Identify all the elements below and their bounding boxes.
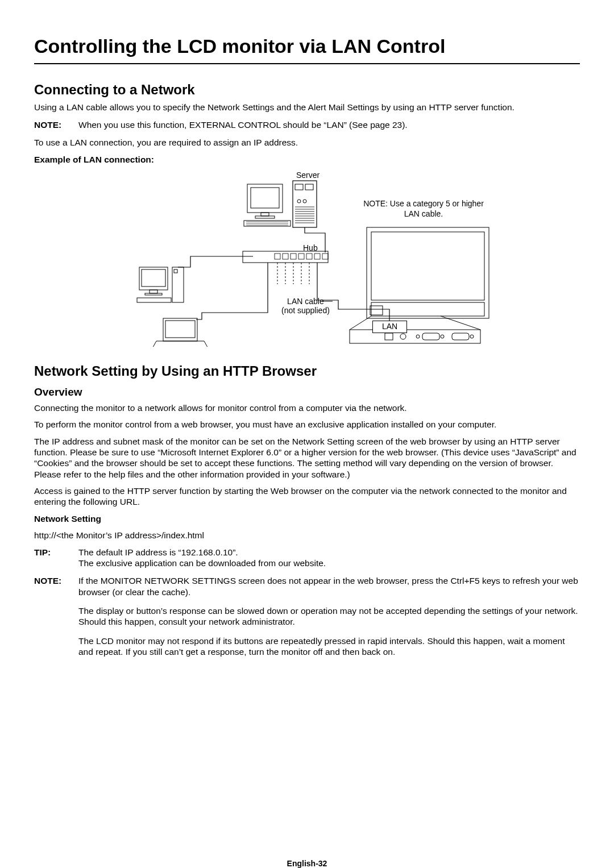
- lan-diagram-svg: [122, 171, 492, 347]
- svg-rect-47: [350, 330, 480, 343]
- svg-rect-23: [283, 254, 288, 259]
- diagram-label-server: Server: [296, 171, 320, 181]
- svg-point-49: [400, 334, 406, 339]
- svg-rect-38: [137, 298, 171, 302]
- section-heading-connecting: Connecting to a Network: [34, 81, 580, 98]
- ip-required-paragraph: To use a LAN connection, you are require…: [34, 137, 580, 148]
- overview-p1: Connecting the monitor to a network allo…: [34, 402, 580, 413]
- page-footer: English-32: [34, 859, 580, 869]
- diagram-note-cable: NOTE: Use a category 5 or higher LAN cab…: [355, 199, 492, 219]
- svg-rect-28: [322, 254, 328, 259]
- diagram-label-cable: LAN cable (not supplied): [281, 297, 330, 315]
- diagram-label-cable-line1: LAN cable: [287, 297, 324, 306]
- note-body: When you use this function, EXTERNAL CON…: [78, 119, 580, 130]
- note2-p1: If the MONITOR NETWORK SETTINGS screen d…: [78, 575, 580, 597]
- diagram-label-lan: LAN: [372, 321, 407, 333]
- tip-label: TIP:: [34, 547, 68, 569]
- svg-rect-25: [298, 254, 304, 259]
- svg-rect-16: [255, 216, 275, 218]
- svg-rect-40: [174, 269, 177, 273]
- network-setting-url: http://<the Monitor’s IP address>/index.…: [34, 530, 580, 541]
- note2-block: NOTE: If the MONITOR NETWORK SETTINGS sc…: [34, 575, 580, 665]
- svg-rect-2: [305, 184, 313, 190]
- note-block: NOTE: When you use this function, EXTERN…: [34, 119, 580, 130]
- svg-marker-43: [151, 341, 210, 347]
- svg-rect-26: [306, 254, 312, 259]
- svg-rect-14: [251, 188, 279, 208]
- diagram-label-cable-line2: (not supplied): [281, 306, 330, 315]
- note2-body: If the MONITOR NETWORK SETTINGS screen d…: [78, 575, 580, 665]
- svg-rect-42: [165, 321, 195, 338]
- svg-point-4: [303, 200, 306, 203]
- svg-point-54: [470, 335, 474, 338]
- note2-p2: The display or button’s response can be …: [78, 605, 580, 628]
- svg-rect-1: [295, 184, 303, 190]
- lan-diagram-wrap: Server Hub LAN cable (not supplied) LAN …: [34, 171, 580, 347]
- svg-rect-50: [422, 333, 439, 340]
- network-setting-label: Network Setting: [34, 513, 580, 524]
- svg-rect-48: [385, 333, 393, 340]
- page-title: Controlling the LCD monitor via LAN Cont…: [34, 34, 580, 59]
- svg-line-57: [350, 316, 371, 330]
- overview-heading: Overview: [34, 385, 580, 399]
- overview-p2: To perform the monitor control from a we…: [34, 419, 580, 430]
- svg-rect-44: [367, 227, 489, 318]
- svg-rect-45: [371, 232, 484, 300]
- svg-rect-27: [314, 254, 320, 259]
- note2-p3: The LCD monitor may not respond if its b…: [78, 636, 580, 658]
- svg-rect-24: [291, 254, 296, 259]
- svg-point-3: [297, 200, 301, 203]
- tip-block: TIP: The default IP address is “192.168.…: [34, 547, 580, 569]
- note-label: NOTE:: [34, 119, 68, 130]
- tip-line1: The default IP address is “192.168.0.10”…: [78, 547, 580, 558]
- svg-rect-36: [150, 290, 157, 293]
- svg-rect-35: [142, 269, 165, 286]
- example-label: Example of LAN connection:: [34, 154, 580, 165]
- tip-line2: The exclusive application can be downloa…: [78, 558, 580, 568]
- svg-rect-37: [145, 293, 162, 295]
- title-rule: [34, 63, 580, 64]
- lan-diagram: Server Hub LAN cable (not supplied) LAN …: [122, 171, 492, 347]
- overview-p4: Access is gained to the HTTP server func…: [34, 485, 580, 508]
- note2-label: NOTE:: [34, 575, 68, 665]
- svg-rect-51: [452, 333, 469, 340]
- svg-rect-15: [261, 213, 269, 216]
- svg-point-53: [441, 335, 444, 338]
- tip-body: The default IP address is “192.168.0.10”…: [78, 547, 580, 569]
- section-heading-network-setting: Network Setting by Using an HTTP Browser: [34, 363, 580, 380]
- svg-point-52: [416, 335, 420, 338]
- diagram-label-hub: Hub: [303, 243, 318, 254]
- svg-rect-22: [275, 254, 280, 259]
- overview-p3: The IP address and subnet mask of the mo…: [34, 436, 580, 480]
- intro-paragraph: Using a LAN cable allows you to specify …: [34, 102, 580, 113]
- svg-rect-59: [370, 306, 383, 315]
